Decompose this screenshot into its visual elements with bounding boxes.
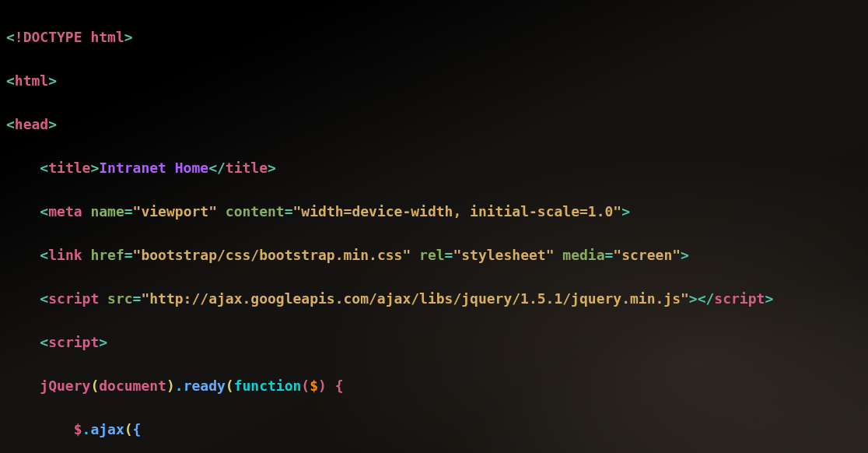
code-line: <title>Intranet Home</title> bbox=[6, 157, 862, 179]
code-line: <script> bbox=[6, 332, 862, 353]
code-line: <head> bbox=[6, 114, 862, 135]
code-line: <html> bbox=[6, 70, 862, 92]
code-line: <script src="http://ajax.googleapis.com/… bbox=[6, 288, 862, 310]
code-line: jQuery(document).ready(function($) { bbox=[6, 375, 862, 397]
code-line: <meta name="viewport" content="width=dev… bbox=[6, 201, 862, 223]
code-line: $.ajax({ bbox=[6, 419, 862, 441]
code-line: <!DOCTYPE html> bbox=[6, 26, 862, 48]
code-line: <link href="bootstrap/css/bootstrap.min.… bbox=[6, 244, 862, 266]
code-editor[interactable]: <!DOCTYPE html> <html> <head> <title>Int… bbox=[0, 0, 868, 453]
